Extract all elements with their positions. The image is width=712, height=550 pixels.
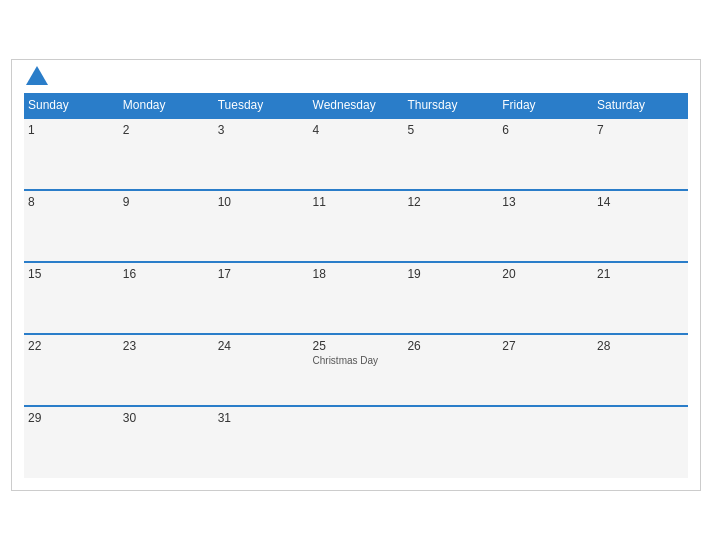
calendar-day-cell: 5 — [403, 118, 498, 190]
weekday-header-tuesday: Tuesday — [214, 93, 309, 118]
calendar-day-cell: 30 — [119, 406, 214, 478]
day-number: 22 — [28, 339, 115, 353]
day-number: 3 — [218, 123, 305, 137]
day-number: 31 — [218, 411, 305, 425]
calendar-day-cell: 12 — [403, 190, 498, 262]
day-number: 30 — [123, 411, 210, 425]
day-number: 26 — [407, 339, 494, 353]
calendar-day-cell: 2 — [119, 118, 214, 190]
calendar-week-row: 15161718192021 — [24, 262, 688, 334]
calendar-day-cell: 7 — [593, 118, 688, 190]
calendar-day-cell: 18 — [309, 262, 404, 334]
day-number: 12 — [407, 195, 494, 209]
calendar-day-cell: 19 — [403, 262, 498, 334]
calendar-week-row: 891011121314 — [24, 190, 688, 262]
calendar-week-row: 1234567 — [24, 118, 688, 190]
holiday-label: Christmas Day — [313, 355, 400, 366]
calendar-day-cell — [498, 406, 593, 478]
day-number: 15 — [28, 267, 115, 281]
calendar-day-cell: 13 — [498, 190, 593, 262]
calendar-day-cell: 21 — [593, 262, 688, 334]
day-number: 18 — [313, 267, 400, 281]
calendar-day-cell: 3 — [214, 118, 309, 190]
weekday-header-friday: Friday — [498, 93, 593, 118]
day-number: 7 — [597, 123, 684, 137]
calendar-day-cell: 23 — [119, 334, 214, 406]
weekday-header-wednesday: Wednesday — [309, 93, 404, 118]
weekday-header-row: SundayMondayTuesdayWednesdayThursdayFrid… — [24, 93, 688, 118]
calendar-day-cell: 24 — [214, 334, 309, 406]
calendar-day-cell — [593, 406, 688, 478]
day-number: 14 — [597, 195, 684, 209]
day-number: 10 — [218, 195, 305, 209]
day-number: 25 — [313, 339, 400, 353]
calendar-day-cell: 8 — [24, 190, 119, 262]
calendar-day-cell: 25Christmas Day — [309, 334, 404, 406]
weekday-header-sunday: Sunday — [24, 93, 119, 118]
calendar-day-cell: 16 — [119, 262, 214, 334]
day-number: 8 — [28, 195, 115, 209]
day-number: 16 — [123, 267, 210, 281]
weekday-header-monday: Monday — [119, 93, 214, 118]
day-number: 29 — [28, 411, 115, 425]
weekday-header-thursday: Thursday — [403, 93, 498, 118]
calendar-table: SundayMondayTuesdayWednesdayThursdayFrid… — [24, 93, 688, 478]
day-number: 5 — [407, 123, 494, 137]
day-number: 19 — [407, 267, 494, 281]
calendar-day-cell: 17 — [214, 262, 309, 334]
day-number: 9 — [123, 195, 210, 209]
calendar-day-cell: 14 — [593, 190, 688, 262]
day-number: 21 — [597, 267, 684, 281]
calendar-week-row: 293031 — [24, 406, 688, 478]
day-number: 6 — [502, 123, 589, 137]
day-number: 4 — [313, 123, 400, 137]
logo — [24, 70, 48, 85]
day-number: 13 — [502, 195, 589, 209]
day-number: 24 — [218, 339, 305, 353]
day-number: 17 — [218, 267, 305, 281]
calendar: SundayMondayTuesdayWednesdayThursdayFrid… — [11, 59, 701, 491]
calendar-day-cell: 31 — [214, 406, 309, 478]
calendar-day-cell: 4 — [309, 118, 404, 190]
day-number: 23 — [123, 339, 210, 353]
calendar-day-cell: 1 — [24, 118, 119, 190]
calendar-day-cell: 26 — [403, 334, 498, 406]
calendar-day-cell: 29 — [24, 406, 119, 478]
day-number: 20 — [502, 267, 589, 281]
calendar-day-cell: 28 — [593, 334, 688, 406]
calendar-day-cell: 27 — [498, 334, 593, 406]
calendar-header — [24, 70, 688, 85]
day-number: 27 — [502, 339, 589, 353]
calendar-day-cell: 22 — [24, 334, 119, 406]
calendar-day-cell: 15 — [24, 262, 119, 334]
calendar-day-cell: 6 — [498, 118, 593, 190]
calendar-day-cell: 11 — [309, 190, 404, 262]
calendar-day-cell — [309, 406, 404, 478]
weekday-header-saturday: Saturday — [593, 93, 688, 118]
calendar-day-cell: 9 — [119, 190, 214, 262]
logo-triangle-icon — [26, 66, 48, 85]
day-number: 1 — [28, 123, 115, 137]
calendar-day-cell: 20 — [498, 262, 593, 334]
day-number: 11 — [313, 195, 400, 209]
calendar-week-row: 22232425Christmas Day262728 — [24, 334, 688, 406]
calendar-day-cell: 10 — [214, 190, 309, 262]
day-number: 2 — [123, 123, 210, 137]
calendar-day-cell — [403, 406, 498, 478]
day-number: 28 — [597, 339, 684, 353]
